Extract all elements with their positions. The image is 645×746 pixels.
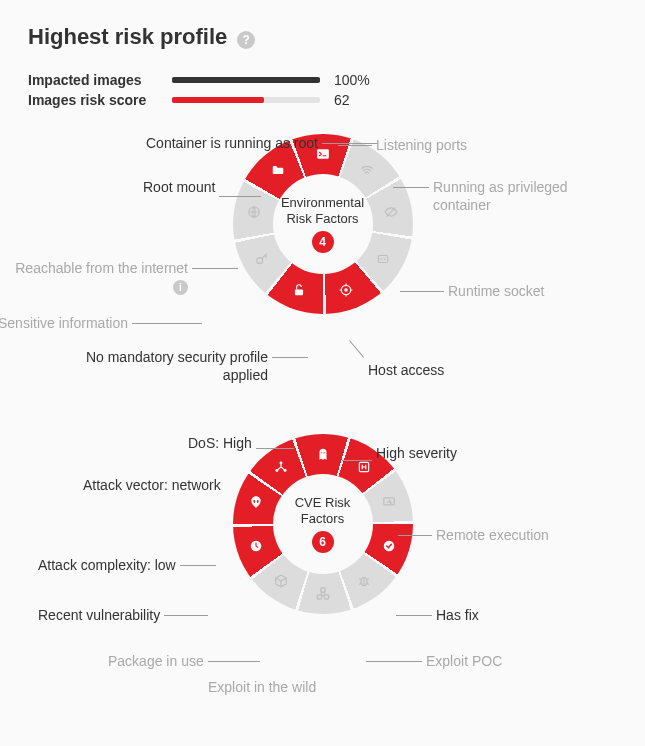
ghost-icon bbox=[313, 444, 333, 464]
lbl-remote-exec: Remote execution bbox=[436, 526, 549, 544]
svg-point-11 bbox=[323, 452, 324, 453]
svg-point-19 bbox=[324, 595, 329, 600]
lbl-attack-complexity: Attack complexity: low bbox=[38, 556, 176, 574]
svg-point-18 bbox=[317, 595, 322, 600]
check-icon bbox=[379, 536, 399, 556]
svg-point-8 bbox=[257, 258, 263, 264]
lbl-no-profile: No mandatory security profile applied bbox=[78, 348, 268, 384]
package-icon bbox=[271, 571, 291, 591]
lbl-attack-vector: Attack vector: network bbox=[83, 476, 273, 494]
lbl-has-fix: Has fix bbox=[436, 606, 479, 624]
svg-point-14 bbox=[384, 540, 395, 551]
remote-icon bbox=[379, 492, 399, 512]
env-donut-title: Environmental Risk Factors bbox=[273, 195, 373, 226]
svg-point-20 bbox=[251, 540, 262, 551]
lbl-recent-vuln: Recent vulnerability bbox=[38, 606, 160, 624]
help-icon[interactable]: ? bbox=[237, 31, 255, 49]
env-donut[interactable]: Environmental Risk Factors 4 bbox=[233, 134, 413, 314]
socket-icon bbox=[373, 249, 393, 269]
wifi-icon bbox=[357, 160, 377, 180]
biohazard-icon bbox=[313, 584, 333, 604]
network-icon bbox=[271, 457, 291, 477]
metric-impacted-label: Impacted images bbox=[28, 72, 158, 88]
cve-donut-count: 6 bbox=[312, 531, 334, 553]
svg-point-25 bbox=[284, 469, 287, 472]
svg-point-5 bbox=[342, 285, 351, 294]
svg-point-22 bbox=[257, 500, 259, 503]
metric-risk-bar bbox=[172, 97, 320, 103]
info-icon[interactable]: i bbox=[173, 280, 188, 295]
key-icon bbox=[252, 249, 272, 269]
lbl-root-mount: Root mount bbox=[143, 178, 215, 196]
svg-point-4 bbox=[384, 258, 386, 260]
metric-risk: Images risk score 62 bbox=[28, 92, 617, 108]
lbl-package-in-use: Package in use bbox=[108, 652, 204, 670]
page-title: Highest risk profile bbox=[28, 24, 227, 50]
metric-impacted: Impacted images 100% bbox=[28, 72, 617, 88]
lbl-privileged: Running as privileged container bbox=[433, 178, 623, 214]
lbl-host-access: Host access bbox=[368, 361, 444, 379]
svg-rect-12 bbox=[359, 463, 368, 472]
lbl-dos-high: DoS: High bbox=[188, 434, 252, 452]
globe-icon bbox=[244, 202, 264, 222]
svg-rect-2 bbox=[378, 256, 387, 263]
svg-point-6 bbox=[345, 288, 349, 292]
eye-off-icon bbox=[381, 202, 401, 222]
svg-point-3 bbox=[380, 258, 382, 260]
cve-donut-title: CVE Risk Factors bbox=[273, 495, 373, 526]
lbl-exploit-wild: Exploit in the wild bbox=[208, 678, 316, 696]
svg-point-23 bbox=[280, 462, 283, 465]
lbl-container-root: Container is running as root bbox=[128, 134, 318, 152]
lbl-runtime-socket: Runtime socket bbox=[448, 282, 544, 300]
svg-line-1 bbox=[387, 207, 396, 216]
bug-icon bbox=[354, 571, 374, 591]
env-donut-center: Environmental Risk Factors 4 bbox=[273, 174, 373, 274]
alien-icon bbox=[246, 492, 266, 512]
svg-point-21 bbox=[253, 500, 255, 503]
svg-point-16 bbox=[321, 592, 325, 596]
svg-rect-0 bbox=[317, 149, 329, 158]
metrics-block: Impacted images 100% Images risk score 6… bbox=[28, 72, 617, 108]
folder-icon bbox=[268, 160, 288, 180]
unlock-icon bbox=[289, 280, 309, 300]
lbl-sensitive-info: Sensitive information bbox=[0, 314, 128, 332]
clock-icon bbox=[246, 536, 266, 556]
metric-impacted-bar bbox=[172, 77, 320, 83]
lbl-listening-ports: Listening ports bbox=[376, 136, 467, 154]
svg-point-15 bbox=[361, 577, 367, 585]
lbl-exploit-poc: Exploit POC bbox=[426, 652, 502, 670]
cve-donut-center: CVE Risk Factors 6 bbox=[273, 474, 373, 574]
svg-point-17 bbox=[320, 588, 325, 593]
svg-rect-13 bbox=[384, 498, 395, 505]
svg-point-10 bbox=[321, 452, 322, 453]
env-donut-count: 4 bbox=[312, 231, 334, 253]
env-donut-block: Environmental Risk Factors 4 Container i… bbox=[28, 134, 617, 404]
svg-point-24 bbox=[276, 469, 279, 472]
metric-risk-value: 62 bbox=[334, 92, 350, 108]
svg-rect-7 bbox=[294, 289, 302, 295]
cve-donut-block: CVE Risk Factors 6 DoS: High High severi… bbox=[28, 434, 617, 704]
target-icon bbox=[336, 280, 356, 300]
lbl-high-severity: High severity bbox=[376, 444, 457, 462]
svg-point-9 bbox=[248, 207, 259, 218]
metric-impacted-value: 100% bbox=[334, 72, 370, 88]
lbl-reachable: Reachable from the internet i bbox=[0, 259, 188, 295]
metric-risk-label: Images risk score bbox=[28, 92, 158, 108]
